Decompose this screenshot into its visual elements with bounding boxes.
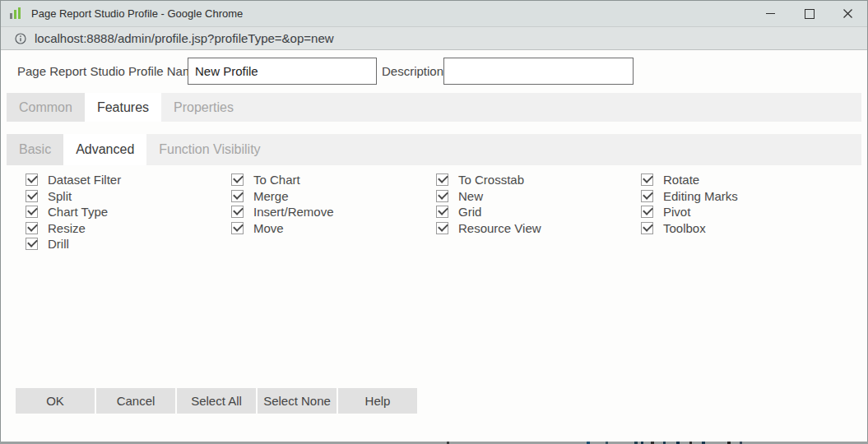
feature-column-1: Dataset Filter Split Chart Type Resize D… (26, 173, 121, 250)
checkbox-resize[interactable] (26, 222, 38, 234)
url-bar[interactable]: localhost:8888/admin/profile.jsp?profile… (1, 26, 867, 50)
feature-label: New (458, 189, 483, 203)
feature-label: Editing Marks (663, 189, 738, 203)
maximize-button[interactable] (790, 1, 829, 26)
tab-common[interactable]: Common (7, 93, 85, 122)
tab-features[interactable]: Features (85, 93, 161, 122)
checkmark-icon (643, 221, 653, 232)
checkmark-icon (233, 189, 244, 200)
feature-label: Drill (48, 237, 69, 251)
checkmark-icon (438, 173, 448, 183)
maximize-icon (805, 9, 815, 19)
select-all-button[interactable]: Select All (177, 388, 256, 414)
cancel-button[interactable]: Cancel (96, 388, 175, 414)
select-none-button[interactable]: Select None (258, 388, 337, 414)
minimize-icon (766, 13, 775, 14)
close-icon (842, 8, 853, 19)
checkbox-resource-view[interactable] (436, 222, 448, 234)
checkbox-pivot[interactable] (641, 206, 653, 218)
feature-label: Insert/Remove (253, 205, 334, 219)
tab-basic[interactable]: Basic (7, 134, 63, 165)
feature-row: Dataset Filter (26, 173, 121, 186)
feature-checkbox-grid: Dataset Filter Split Chart Type Resize D… (0, 173, 868, 264)
checkmark-icon (438, 189, 448, 200)
feature-label: Toolbox (663, 221, 706, 235)
description-label: Description: (382, 64, 447, 78)
checkmark-icon (643, 205, 653, 215)
checkbox-to-chart[interactable] (231, 173, 244, 186)
feature-label: Move (253, 221, 284, 235)
checkbox-move[interactable] (231, 222, 244, 234)
feature-column-4: Rotate Editing Marks Pivot Toolbox (641, 173, 738, 234)
checkmark-icon (438, 205, 448, 215)
feature-row: Chart Type (26, 206, 121, 218)
feature-row: To Chart (231, 173, 334, 186)
feature-row: Insert/Remove (231, 206, 334, 218)
feature-column-2: To Chart Merge Insert/Remove Move (231, 173, 334, 234)
feature-row: Drill (26, 238, 121, 250)
feature-row: Rotate (641, 173, 738, 186)
feature-label: Split (48, 189, 72, 203)
feature-row: New (436, 190, 541, 202)
checkmark-icon (643, 189, 653, 200)
checkmark-icon (233, 221, 244, 232)
checkbox-grid[interactable] (436, 206, 448, 218)
checkmark-icon (233, 205, 244, 215)
minimize-button[interactable] (751, 1, 790, 26)
checkbox-insert-remove[interactable] (231, 206, 244, 218)
feature-row: Toolbox (641, 222, 738, 234)
checkmark-icon (233, 173, 244, 183)
checkbox-merge[interactable] (231, 190, 244, 202)
sub-tab-bar: Basic Advanced Function Visibility (7, 134, 861, 165)
feature-label: Rotate (663, 173, 699, 187)
checkbox-chart-type[interactable] (26, 206, 38, 218)
title-bar[interactable]: Page Report Studio Profile - Google Chro… (1, 1, 867, 26)
feature-row: Resize (26, 222, 121, 234)
checkbox-to-crosstab[interactable] (436, 173, 448, 186)
browser-window: Page Report Studio Profile - Google Chro… (0, 0, 868, 444)
feature-label: To Chart (253, 173, 300, 187)
window-controls (751, 1, 867, 26)
close-button[interactable] (829, 1, 867, 26)
feature-label: Pivot (663, 205, 690, 219)
feature-row: Split (26, 190, 121, 202)
checkbox-drill[interactable] (26, 238, 38, 250)
window-title: Page Report Studio Profile - Google Chro… (31, 7, 243, 20)
checkbox-toolbox[interactable] (641, 222, 653, 234)
main-tab-bar: Common Features Properties (7, 93, 861, 122)
checkbox-rotate[interactable] (641, 173, 653, 186)
url-text: localhost:8888/admin/profile.jsp?profile… (35, 31, 334, 45)
feature-label: Dataset Filter (48, 173, 121, 187)
checkmark-icon (27, 221, 38, 232)
checkbox-new[interactable] (436, 190, 448, 202)
profile-name-input[interactable] (188, 58, 377, 85)
feature-row: Move (231, 222, 334, 234)
checkmark-icon (27, 173, 38, 183)
tab-properties[interactable]: Properties (161, 93, 246, 122)
profile-name-label: Page Report Studio Profile Name: (17, 64, 203, 78)
action-button-row: OK Cancel Select All Select None Help (16, 388, 417, 414)
feature-row: Merge (231, 190, 334, 202)
checkmark-icon (643, 173, 653, 183)
help-button[interactable]: Help (338, 388, 417, 414)
checkbox-split[interactable] (26, 190, 38, 202)
feature-label: Grid (458, 205, 481, 219)
feature-row: To Crosstab (436, 173, 541, 186)
tab-advanced[interactable]: Advanced (63, 134, 146, 165)
checkmark-icon (27, 189, 38, 200)
feature-column-3: To Crosstab New Grid Resource View (436, 173, 541, 234)
checkbox-dataset-filter[interactable] (26, 173, 38, 186)
checkmark-icon (27, 238, 38, 248)
checkbox-editing-marks[interactable] (641, 190, 653, 202)
ok-button[interactable]: OK (16, 388, 95, 414)
feature-label: Resource View (458, 221, 541, 235)
feature-label: Merge (253, 189, 289, 203)
checkmark-icon (27, 205, 38, 215)
feature-label: Chart Type (48, 205, 108, 219)
tab-function-visibility[interactable]: Function Visibility (146, 134, 272, 165)
description-input[interactable] (443, 58, 634, 85)
feature-row: Resource View (436, 222, 541, 234)
site-info-icon[interactable] (15, 33, 26, 44)
feature-label: Resize (48, 221, 86, 235)
app-logo-icon (10, 7, 24, 21)
